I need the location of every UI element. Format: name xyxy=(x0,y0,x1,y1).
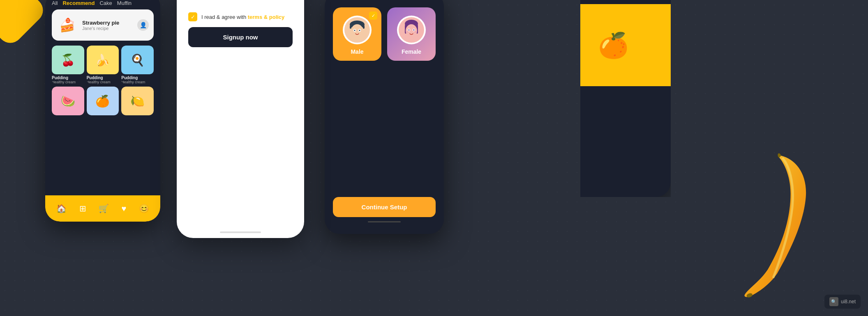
food-sublabel-1: Healthy cream xyxy=(52,80,84,84)
featured-subtitle: Jane's recipe xyxy=(82,26,133,31)
food-item-4[interactable]: 🍉 xyxy=(52,87,84,115)
food-label-3: Pudding xyxy=(121,76,154,80)
bottom-navigation: 🏠 ⊞ 🛒 ♥ 😊 xyxy=(45,195,160,222)
svg-point-8 xyxy=(359,30,360,31)
watermark-icon: 🔍 xyxy=(829,297,838,306)
terms-text: I read & agree with terms & policy xyxy=(201,14,284,20)
female-label: Female xyxy=(402,48,421,55)
food-item-5[interactable]: 🍊 xyxy=(87,87,119,115)
food-label-1: Pudding xyxy=(52,76,84,80)
food-thumb-1: 🍒 xyxy=(52,46,84,74)
phone-food-app: All Recommend Cake Muffin 🍰 Strawberry p… xyxy=(45,0,160,222)
category-bar: All Recommend Cake Muffin xyxy=(45,0,160,9)
phone-partial-right: ↩ Exit 🍊 xyxy=(556,0,671,197)
svg-point-18 xyxy=(406,31,409,33)
food-thumb-3: 🍳 xyxy=(121,46,154,74)
phone3-home-bar xyxy=(368,221,401,222)
cat-muffin[interactable]: Muffin xyxy=(117,0,132,6)
svg-rect-2 xyxy=(350,25,351,29)
male-label: Male xyxy=(351,48,363,55)
food-item-1[interactable]: 🍒 Pudding Healthy cream xyxy=(52,46,84,84)
terms-row: ✓ I read & agree with terms & policy xyxy=(188,12,293,21)
nav-home-icon[interactable]: 🏠 xyxy=(56,204,67,213)
svg-point-7 xyxy=(354,30,356,31)
phone3-bottom-indicator xyxy=(333,217,436,222)
nav-grid-icon[interactable]: ⊞ xyxy=(79,204,86,213)
phone-signup: ✓ I read & agree with terms & policy Sig… xyxy=(177,0,304,238)
food-item-6[interactable]: 🍋 xyxy=(121,87,154,115)
food-thumb-6: 🍋 xyxy=(121,87,154,115)
phone4-yellow-content: 🍊 xyxy=(556,4,671,86)
bottom-home-bar xyxy=(220,231,261,233)
svg-point-19 xyxy=(414,31,417,33)
phone4-food-icon: 🍊 xyxy=(598,31,629,60)
watermark: 🔍 ui8.net xyxy=(824,295,861,309)
cat-cake[interactable]: Cake xyxy=(99,0,112,6)
food-item-3[interactable]: 🍳 Pudding Healthy cream xyxy=(121,46,154,84)
food-item-2[interactable]: 🍌 Pudding Healthy cream xyxy=(87,46,119,84)
bottom-indicator xyxy=(177,227,304,238)
food-grid: 🍒 Pudding Healthy cream 🍌 Pudding Health… xyxy=(45,46,160,115)
terms-checkbox[interactable]: ✓ xyxy=(188,12,197,21)
food-sublabel-2: Healthy cream xyxy=(87,80,119,84)
featured-food-icon: 🍰 xyxy=(57,14,78,36)
signup-content: ✓ I read & agree with terms & policy Sig… xyxy=(177,0,304,227)
male-selected-check: ✓ xyxy=(369,11,377,20)
phone4-top-bar: ↩ Exit xyxy=(556,0,671,4)
food-thumb-2: 🍌 xyxy=(87,46,119,74)
terms-link[interactable]: terms & policy xyxy=(248,14,285,20)
food-label-2: Pudding xyxy=(87,76,119,80)
phone-gender-selection: ✓ xyxy=(325,0,444,234)
food-thumb-5: 🍊 xyxy=(87,87,119,115)
nav-profile-icon[interactable]: 😊 xyxy=(139,204,149,213)
gender-grid: ✓ xyxy=(333,7,436,61)
svg-rect-3 xyxy=(363,25,365,29)
nav-cart-icon[interactable]: 🛒 xyxy=(99,204,109,213)
female-avatar xyxy=(397,16,426,44)
banana-decoration xyxy=(732,152,815,304)
gender-card-female[interactable]: Female xyxy=(387,7,436,61)
cat-all[interactable]: All xyxy=(52,0,58,6)
featured-recipe-card[interactable]: 🍰 Strawberry pie Jane's recipe 👤 xyxy=(52,9,154,41)
svg-point-13 xyxy=(406,24,417,37)
featured-author-avatar: 👤 xyxy=(137,19,149,31)
food-sublabel-3: Healthy cream xyxy=(121,80,154,84)
featured-info: Strawberry pie Jane's recipe xyxy=(82,20,133,31)
featured-name: Strawberry pie xyxy=(82,20,133,26)
food-thumb-4: 🍉 xyxy=(52,87,84,115)
gender-card-male[interactable]: ✓ xyxy=(333,7,381,61)
svg-point-16 xyxy=(409,30,410,31)
svg-point-4 xyxy=(351,24,363,38)
cat-recommend[interactable]: Recommend xyxy=(62,0,95,6)
male-avatar xyxy=(343,16,372,44)
continue-setup-button[interactable]: Continue Setup xyxy=(333,197,436,217)
svg-point-17 xyxy=(413,30,415,31)
nav-heart-icon[interactable]: ♥ xyxy=(121,204,126,213)
signup-button[interactable]: Signup now xyxy=(188,27,293,47)
watermark-text: ui8.net xyxy=(841,299,856,305)
corner-decoration xyxy=(0,0,48,48)
